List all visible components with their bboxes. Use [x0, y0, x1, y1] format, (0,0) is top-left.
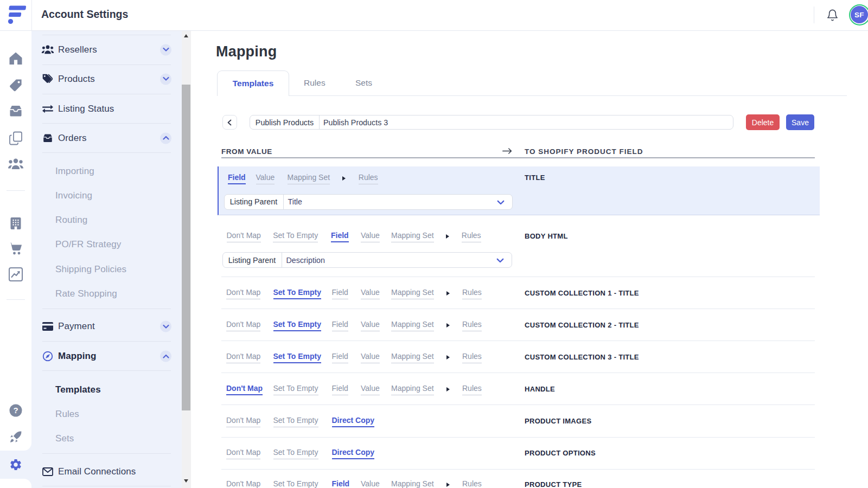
svg-text:?: ?: [13, 406, 18, 415]
